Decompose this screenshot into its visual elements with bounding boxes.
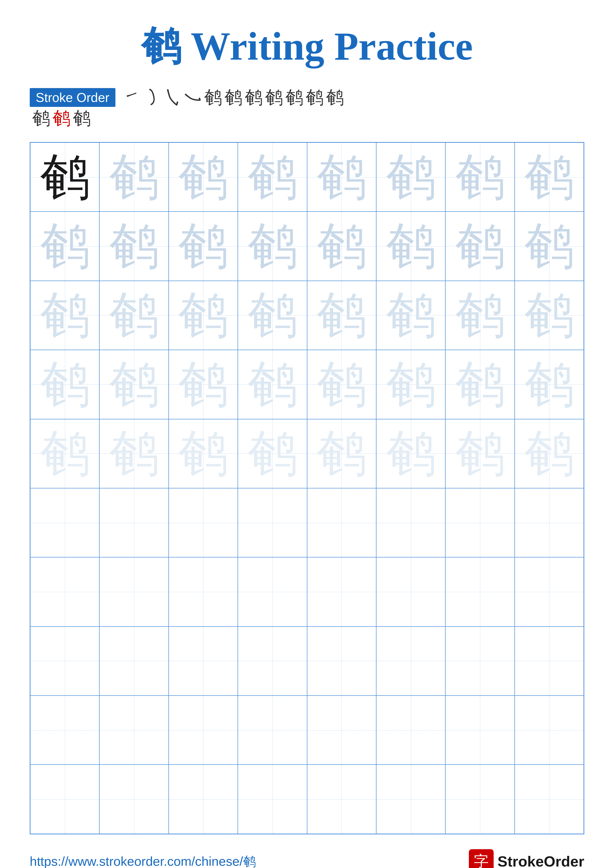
stroke-12: 鹌 bbox=[32, 109, 50, 127]
grid-cell: 鹌 bbox=[307, 212, 376, 281]
grid-cell: 鹌 bbox=[376, 281, 445, 350]
grid-cell-empty[interactable] bbox=[307, 626, 376, 696]
stroke-order-badge: Stroke Order bbox=[30, 88, 115, 107]
grid-row-2: 鹌 鹌 鹌 鹌 鹌 鹌 鹌 鹌 bbox=[30, 212, 584, 281]
grid-cell: 鹌 bbox=[376, 212, 445, 281]
grid-cell: 鹌 bbox=[445, 212, 515, 281]
grid-cell-empty[interactable] bbox=[445, 626, 515, 696]
grid-cell: 鹌 bbox=[307, 350, 376, 419]
grid-cell-empty[interactable] bbox=[376, 764, 445, 834]
stroke-order-row2: 鹌 鹌 鹌 bbox=[30, 109, 584, 127]
grid-cell-empty[interactable] bbox=[238, 626, 307, 696]
grid-cell-empty[interactable] bbox=[99, 557, 168, 626]
footer-url[interactable]: https://www.strokeorder.com/chinese/鹌 bbox=[30, 853, 256, 868]
logo-char: 字 bbox=[474, 851, 489, 868]
grid-row-4: 鹌 鹌 鹌 鹌 鹌 鹌 鹌 鹌 bbox=[30, 350, 584, 419]
grid-cell-empty[interactable] bbox=[376, 557, 445, 626]
grid-cell: 鹌 bbox=[99, 350, 168, 419]
grid-cell-empty[interactable] bbox=[376, 488, 445, 557]
grid-cell-empty[interactable] bbox=[307, 764, 376, 834]
grid-cell-empty[interactable] bbox=[445, 488, 515, 557]
grid-cell: 鹌 bbox=[99, 281, 168, 350]
grid-cell: 鹌 bbox=[30, 281, 99, 350]
stroke-13: 鹌 bbox=[53, 109, 70, 127]
grid-cell-empty[interactable] bbox=[307, 488, 376, 557]
grid-cell-empty[interactable] bbox=[445, 696, 515, 764]
grid-cell-empty[interactable] bbox=[99, 626, 168, 696]
grid-cell-empty[interactable] bbox=[515, 557, 584, 626]
grid-cell-empty[interactable] bbox=[307, 557, 376, 626]
practice-char: 鹌 bbox=[317, 429, 366, 478]
grid-cell-empty[interactable] bbox=[169, 764, 238, 834]
practice-char: 鹌 bbox=[40, 290, 90, 340]
practice-char: 鹌 bbox=[317, 152, 366, 202]
grid-cell-empty[interactable] bbox=[238, 557, 307, 626]
grid-cell-empty[interactable] bbox=[99, 488, 168, 557]
practice-char: 鹌 bbox=[40, 152, 90, 202]
grid-cell: 鹌 bbox=[376, 350, 445, 419]
practice-char: 鹌 bbox=[524, 152, 574, 202]
page-title: 鹌 Writing Practice bbox=[30, 20, 584, 73]
practice-char: 鹌 bbox=[178, 290, 228, 340]
footer-logo: 字 StrokeOrder bbox=[469, 849, 584, 868]
grid-row-7 bbox=[30, 557, 584, 626]
grid-cell-empty[interactable] bbox=[238, 696, 307, 764]
grid-cell: 鹌 bbox=[307, 419, 376, 488]
stroke-4: ㇃ bbox=[184, 88, 202, 106]
grid-cell-empty[interactable] bbox=[169, 626, 238, 696]
stroke-5: 鹌 bbox=[204, 88, 222, 106]
grid-cell: 鹌 bbox=[30, 419, 99, 488]
practice-char: 鹌 bbox=[524, 429, 574, 478]
grid-cell: 鹌 bbox=[515, 419, 584, 488]
stroke-order-row1: Stroke Order ㇀ ㇁ ㇂ ㇃ 鹌 鹌 鹌 鹌 鹌 鹌 鹌 bbox=[30, 88, 584, 107]
grid-cell-empty[interactable] bbox=[169, 696, 238, 764]
grid-cell: 鹌 bbox=[169, 350, 238, 419]
practice-char: 鹌 bbox=[178, 429, 228, 478]
grid-cell-empty[interactable] bbox=[30, 696, 99, 764]
stroke-3: ㇂ bbox=[163, 88, 181, 106]
practice-char: 鹌 bbox=[248, 152, 297, 202]
grid-cell: 鹌 bbox=[30, 212, 99, 281]
grid-cell-empty[interactable] bbox=[238, 764, 307, 834]
practice-char: 鹌 bbox=[455, 222, 505, 271]
grid-cell-empty[interactable] bbox=[30, 764, 99, 834]
logo-text: StrokeOrder bbox=[497, 853, 584, 868]
practice-char: 鹌 bbox=[178, 152, 228, 202]
grid-cell-empty[interactable] bbox=[515, 626, 584, 696]
grid-row-1: 鹌 鹌 鹌 鹌 鹌 鹌 鹌 鹌 bbox=[30, 143, 584, 212]
grid-cell: 鹌 bbox=[238, 281, 307, 350]
practice-char: 鹌 bbox=[40, 360, 90, 409]
stroke-14: 鹌 bbox=[73, 109, 91, 127]
grid-cell-empty[interactable] bbox=[445, 557, 515, 626]
grid-cell-empty[interactable] bbox=[376, 626, 445, 696]
grid-cell-empty[interactable] bbox=[169, 557, 238, 626]
stroke-order-section: Stroke Order ㇀ ㇁ ㇂ ㇃ 鹌 鹌 鹌 鹌 鹌 鹌 鹌 鹌 鹌 鹌 bbox=[30, 88, 584, 127]
grid-cell-empty[interactable] bbox=[30, 626, 99, 696]
grid-row-5: 鹌 鹌 鹌 鹌 鹌 鹌 鹌 鹌 bbox=[30, 419, 584, 488]
grid-cell: 鹌 bbox=[515, 281, 584, 350]
grid-cell-empty[interactable] bbox=[515, 764, 584, 834]
practice-char: 鹌 bbox=[455, 152, 505, 202]
grid-cell: 鹌 bbox=[99, 419, 168, 488]
grid-cell-empty[interactable] bbox=[169, 488, 238, 557]
practice-char: 鹌 bbox=[524, 290, 574, 340]
stroke-7: 鹌 bbox=[245, 88, 263, 106]
practice-char: 鹌 bbox=[317, 290, 366, 340]
grid-cell: 鹌 bbox=[238, 419, 307, 488]
grid-cell-empty[interactable] bbox=[515, 696, 584, 764]
practice-char: 鹌 bbox=[178, 360, 228, 409]
grid-cell-empty[interactable] bbox=[30, 488, 99, 557]
grid-cell-empty[interactable] bbox=[238, 488, 307, 557]
grid-cell: 鹌 bbox=[99, 143, 168, 212]
grid-cell-empty[interactable] bbox=[99, 696, 168, 764]
grid-cell: 鹌 bbox=[169, 212, 238, 281]
grid-cell-empty[interactable] bbox=[445, 764, 515, 834]
stroke-9: 鹌 bbox=[285, 88, 303, 106]
grid-row-9 bbox=[30, 696, 584, 764]
grid-cell-empty[interactable] bbox=[30, 557, 99, 626]
grid-cell-empty[interactable] bbox=[307, 696, 376, 764]
grid-cell-empty[interactable] bbox=[99, 764, 168, 834]
grid-cell-empty[interactable] bbox=[515, 488, 584, 557]
grid-cell-empty[interactable] bbox=[376, 696, 445, 764]
grid-row-10 bbox=[30, 764, 584, 834]
